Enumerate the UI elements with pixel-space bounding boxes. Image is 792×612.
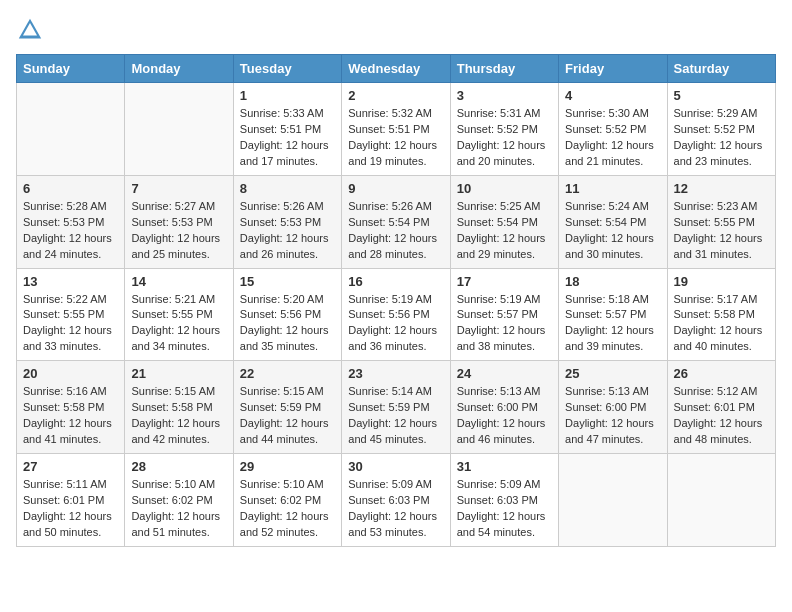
day-info-line: Daylight: 12 hours and 34 minutes. xyxy=(131,323,226,355)
day-info: Sunrise: 5:26 AMSunset: 5:53 PMDaylight:… xyxy=(240,199,335,263)
calendar-cell: 2Sunrise: 5:32 AMSunset: 5:51 PMDaylight… xyxy=(342,83,450,176)
day-info-line: Sunset: 5:53 PM xyxy=(131,215,226,231)
day-info-line: Sunset: 6:02 PM xyxy=(240,493,335,509)
day-info: Sunrise: 5:31 AMSunset: 5:52 PMDaylight:… xyxy=(457,106,552,170)
day-info: Sunrise: 5:15 AMSunset: 5:58 PMDaylight:… xyxy=(131,384,226,448)
day-info-line: Daylight: 12 hours and 29 minutes. xyxy=(457,231,552,263)
day-info-line: Sunrise: 5:25 AM xyxy=(457,199,552,215)
day-number: 9 xyxy=(348,181,443,196)
calendar-cell: 21Sunrise: 5:15 AMSunset: 5:58 PMDayligh… xyxy=(125,361,233,454)
day-info: Sunrise: 5:21 AMSunset: 5:55 PMDaylight:… xyxy=(131,292,226,356)
calendar-cell: 27Sunrise: 5:11 AMSunset: 6:01 PMDayligh… xyxy=(17,454,125,547)
day-info-line: Sunset: 5:51 PM xyxy=(348,122,443,138)
day-info-line: Sunset: 6:03 PM xyxy=(457,493,552,509)
page-header xyxy=(16,16,776,44)
calendar-cell: 3Sunrise: 5:31 AMSunset: 5:52 PMDaylight… xyxy=(450,83,558,176)
day-number: 15 xyxy=(240,274,335,289)
day-info-line: Daylight: 12 hours and 50 minutes. xyxy=(23,509,118,541)
calendar-cell: 1Sunrise: 5:33 AMSunset: 5:51 PMDaylight… xyxy=(233,83,341,176)
weekday-header: Thursday xyxy=(450,55,558,83)
calendar-cell: 14Sunrise: 5:21 AMSunset: 5:55 PMDayligh… xyxy=(125,268,233,361)
day-info-line: Daylight: 12 hours and 48 minutes. xyxy=(674,416,769,448)
calendar-cell xyxy=(559,454,667,547)
day-info-line: Daylight: 12 hours and 21 minutes. xyxy=(565,138,660,170)
calendar-cell xyxy=(17,83,125,176)
calendar-cell: 8Sunrise: 5:26 AMSunset: 5:53 PMDaylight… xyxy=(233,175,341,268)
day-info: Sunrise: 5:29 AMSunset: 5:52 PMDaylight:… xyxy=(674,106,769,170)
day-info-line: Sunset: 5:55 PM xyxy=(23,307,118,323)
calendar-cell: 11Sunrise: 5:24 AMSunset: 5:54 PMDayligh… xyxy=(559,175,667,268)
calendar-cell: 5Sunrise: 5:29 AMSunset: 5:52 PMDaylight… xyxy=(667,83,775,176)
day-info-line: Sunrise: 5:23 AM xyxy=(674,199,769,215)
calendar-cell: 30Sunrise: 5:09 AMSunset: 6:03 PMDayligh… xyxy=(342,454,450,547)
day-info-line: Sunset: 5:58 PM xyxy=(674,307,769,323)
day-info-line: Daylight: 12 hours and 38 minutes. xyxy=(457,323,552,355)
day-info-line: Sunrise: 5:30 AM xyxy=(565,106,660,122)
day-number: 26 xyxy=(674,366,769,381)
day-number: 20 xyxy=(23,366,118,381)
day-info-line: Sunrise: 5:22 AM xyxy=(23,292,118,308)
day-info: Sunrise: 5:09 AMSunset: 6:03 PMDaylight:… xyxy=(348,477,443,541)
day-number: 18 xyxy=(565,274,660,289)
day-info-line: Sunset: 6:00 PM xyxy=(457,400,552,416)
calendar-cell: 23Sunrise: 5:14 AMSunset: 5:59 PMDayligh… xyxy=(342,361,450,454)
calendar-cell: 29Sunrise: 5:10 AMSunset: 6:02 PMDayligh… xyxy=(233,454,341,547)
day-info-line: Sunrise: 5:15 AM xyxy=(131,384,226,400)
day-info-line: Daylight: 12 hours and 26 minutes. xyxy=(240,231,335,263)
day-info-line: Sunrise: 5:26 AM xyxy=(348,199,443,215)
day-info: Sunrise: 5:09 AMSunset: 6:03 PMDaylight:… xyxy=(457,477,552,541)
day-info-line: Daylight: 12 hours and 23 minutes. xyxy=(674,138,769,170)
day-number: 13 xyxy=(23,274,118,289)
day-info: Sunrise: 5:15 AMSunset: 5:59 PMDaylight:… xyxy=(240,384,335,448)
day-info-line: Daylight: 12 hours and 47 minutes. xyxy=(565,416,660,448)
weekday-header: Saturday xyxy=(667,55,775,83)
day-info: Sunrise: 5:28 AMSunset: 5:53 PMDaylight:… xyxy=(23,199,118,263)
calendar-cell: 6Sunrise: 5:28 AMSunset: 5:53 PMDaylight… xyxy=(17,175,125,268)
calendar-table: SundayMondayTuesdayWednesdayThursdayFrid… xyxy=(16,54,776,547)
day-info-line: Sunset: 5:51 PM xyxy=(240,122,335,138)
calendar-week-row: 1Sunrise: 5:33 AMSunset: 5:51 PMDaylight… xyxy=(17,83,776,176)
calendar-cell: 19Sunrise: 5:17 AMSunset: 5:58 PMDayligh… xyxy=(667,268,775,361)
day-info-line: Sunrise: 5:32 AM xyxy=(348,106,443,122)
day-info-line: Sunset: 5:56 PM xyxy=(240,307,335,323)
calendar-week-row: 20Sunrise: 5:16 AMSunset: 5:58 PMDayligh… xyxy=(17,361,776,454)
day-number: 6 xyxy=(23,181,118,196)
day-info-line: Sunrise: 5:10 AM xyxy=(131,477,226,493)
day-info-line: Sunset: 5:55 PM xyxy=(674,215,769,231)
day-info-line: Sunset: 5:52 PM xyxy=(565,122,660,138)
day-number: 2 xyxy=(348,88,443,103)
day-info-line: Sunset: 5:58 PM xyxy=(131,400,226,416)
day-info-line: Sunrise: 5:33 AM xyxy=(240,106,335,122)
calendar-cell: 18Sunrise: 5:18 AMSunset: 5:57 PMDayligh… xyxy=(559,268,667,361)
day-info-line: Sunset: 6:03 PM xyxy=(348,493,443,509)
day-info-line: Sunset: 6:00 PM xyxy=(565,400,660,416)
calendar-cell: 12Sunrise: 5:23 AMSunset: 5:55 PMDayligh… xyxy=(667,175,775,268)
calendar-week-row: 13Sunrise: 5:22 AMSunset: 5:55 PMDayligh… xyxy=(17,268,776,361)
day-info: Sunrise: 5:26 AMSunset: 5:54 PMDaylight:… xyxy=(348,199,443,263)
day-number: 14 xyxy=(131,274,226,289)
calendar-cell: 20Sunrise: 5:16 AMSunset: 5:58 PMDayligh… xyxy=(17,361,125,454)
logo xyxy=(16,16,48,44)
calendar-cell: 24Sunrise: 5:13 AMSunset: 6:00 PMDayligh… xyxy=(450,361,558,454)
weekday-header-row: SundayMondayTuesdayWednesdayThursdayFrid… xyxy=(17,55,776,83)
day-number: 17 xyxy=(457,274,552,289)
day-info-line: Daylight: 12 hours and 20 minutes. xyxy=(457,138,552,170)
day-number: 3 xyxy=(457,88,552,103)
day-info-line: Sunrise: 5:18 AM xyxy=(565,292,660,308)
weekday-header: Tuesday xyxy=(233,55,341,83)
day-info-line: Sunrise: 5:11 AM xyxy=(23,477,118,493)
day-info-line: Sunrise: 5:13 AM xyxy=(565,384,660,400)
day-info-line: Sunrise: 5:29 AM xyxy=(674,106,769,122)
day-number: 16 xyxy=(348,274,443,289)
calendar-week-row: 27Sunrise: 5:11 AMSunset: 6:01 PMDayligh… xyxy=(17,454,776,547)
day-info: Sunrise: 5:10 AMSunset: 6:02 PMDaylight:… xyxy=(131,477,226,541)
calendar-cell: 10Sunrise: 5:25 AMSunset: 5:54 PMDayligh… xyxy=(450,175,558,268)
day-info: Sunrise: 5:25 AMSunset: 5:54 PMDaylight:… xyxy=(457,199,552,263)
calendar-cell: 16Sunrise: 5:19 AMSunset: 5:56 PMDayligh… xyxy=(342,268,450,361)
day-info-line: Sunrise: 5:27 AM xyxy=(131,199,226,215)
day-info-line: Sunrise: 5:24 AM xyxy=(565,199,660,215)
day-info-line: Sunset: 6:01 PM xyxy=(23,493,118,509)
day-info-line: Sunset: 5:52 PM xyxy=(457,122,552,138)
day-number: 11 xyxy=(565,181,660,196)
day-info-line: Sunrise: 5:09 AM xyxy=(348,477,443,493)
